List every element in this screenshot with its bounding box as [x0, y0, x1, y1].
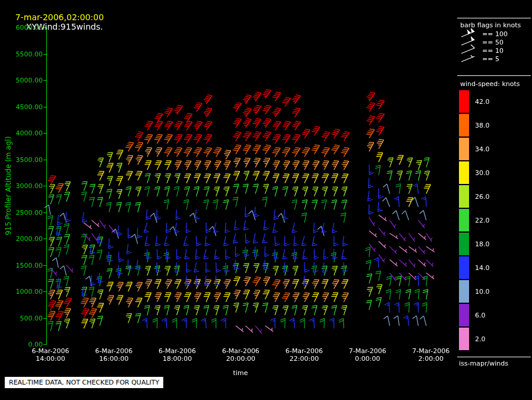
color-swatch — [459, 114, 469, 136]
y-tick-label: 5500.00 — [8, 50, 43, 58]
colorbar-label: 2.0 — [475, 335, 486, 343]
y-tick-label: 2000.00 — [8, 235, 43, 243]
y-tick-label: 4000.00 — [8, 129, 43, 137]
colorbar-label: 14.0 — [475, 264, 490, 272]
speed-legend-title: wind-speed: knots — [460, 80, 520, 88]
x-tick-label: 6-Mar-200618:00:00 — [151, 347, 204, 363]
colorbar-label: 30.0 — [475, 169, 490, 177]
y-tick-label: 5000.00 — [8, 77, 43, 84]
colorbar-label: 34.0 — [475, 145, 490, 153]
colorbar-entry: 6.0 — [459, 304, 490, 326]
x-tick-label: 6-Mar-200622:00:00 — [277, 347, 331, 363]
colorbar-entry: 30.0 — [459, 161, 490, 184]
barb-legend-title: barb flags in knots — [460, 21, 521, 29]
barb-example-label: == 5 — [482, 55, 499, 63]
x-tick-label: 7-Mar-20060:00:00 — [341, 347, 394, 363]
colorbar-label: 26.0 — [475, 193, 490, 201]
y-tick-label: 3000.00 — [8, 182, 43, 190]
credit-label: iss-mapr/winds — [459, 360, 508, 367]
x-tick-label: 6-Mar-200620:00:00 — [214, 347, 267, 363]
legend-divider-top — [457, 18, 531, 18]
colorbar-entry: 18.0 — [459, 233, 490, 255]
colorbar-label: 10.0 — [475, 288, 490, 296]
colorbar-entry: 10.0 — [459, 280, 490, 303]
x-axis-title: time — [217, 369, 264, 377]
colorbar-entry: 26.0 — [459, 185, 490, 208]
header: 7-mar-2006,02:00:00 XYWind:915winds. — [5, 3, 104, 41]
colorbar-entry: 34.0 — [459, 138, 490, 160]
y-tick-label: 4500.00 — [8, 103, 43, 111]
colorbar-label: 6.0 — [475, 312, 486, 319]
colorbar-label: 38.0 — [475, 122, 490, 129]
barb-example-label: == 10 — [482, 47, 504, 55]
y-tick-label: 1500.00 — [8, 262, 43, 269]
colorbar-label: 18.0 — [475, 240, 490, 248]
color-swatch — [459, 90, 469, 113]
color-swatch — [459, 304, 469, 326]
x-tick-label: 6-Mar-200614:00:00 — [24, 347, 77, 363]
colorbar-label: 42.0 — [475, 98, 490, 106]
color-swatch — [459, 138, 469, 160]
color-swatch — [459, 161, 469, 184]
x-tick-label: 6-Mar-200616:00:00 — [87, 347, 141, 363]
legend-divider-mid — [457, 75, 531, 76]
y-tick-label: 3500.00 — [8, 156, 43, 164]
legend-divider-bottom — [457, 357, 531, 357]
y-tick-label: 6000.00 — [8, 24, 43, 31]
wind-barb-plot-canvas — [0, 0, 532, 400]
wind-profiler-window: 7-mar-2006,02:00:00 XYWind:915winds. 915… — [0, 0, 532, 400]
quality-disclaimer-badge: REAL-TIME DATA, NOT CHECKED FOR QUALITY — [5, 377, 163, 388]
colorbar-entry: 22.0 — [459, 209, 490, 231]
colorbar-label: 22.0 — [475, 217, 490, 224]
colorbar-entry: 38.0 — [459, 114, 490, 136]
barb-example-label: == 100 — [482, 30, 508, 38]
color-swatch — [459, 209, 469, 231]
speed-colorbar: 42.038.034.030.026.022.018.014.010.06.02… — [459, 90, 490, 351]
color-swatch — [459, 233, 469, 255]
colorbar-entry: 42.0 — [459, 90, 490, 113]
y-tick-label: 2500.00 — [8, 209, 43, 217]
barb-example-label: == 50 — [482, 39, 504, 46]
y-tick-label: 1000.00 — [8, 288, 43, 296]
y-tick-label: 500.00 — [8, 315, 43, 322]
color-swatch — [459, 185, 469, 208]
colorbar-entry: 14.0 — [459, 256, 490, 279]
legend-panel: barb flags in knots == 100== 50== 10== 5… — [457, 0, 532, 400]
colorbar-entry: 2.0 — [459, 328, 490, 350]
color-swatch — [459, 328, 469, 350]
color-swatch — [459, 256, 469, 279]
x-tick-label: 7-Mar-20062:00:00 — [404, 347, 458, 363]
header-datetime: 7-mar-2006,02:00:00 — [15, 12, 104, 22]
color-swatch — [459, 280, 469, 303]
